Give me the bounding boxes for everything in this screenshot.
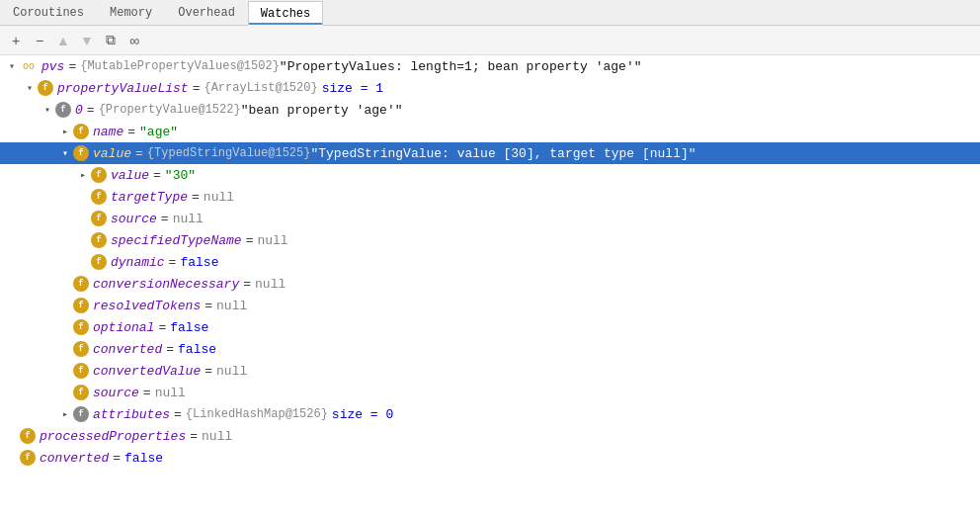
field-icon: f: [20, 428, 36, 444]
tree-row[interactable]: ▸fvalue = "30": [0, 164, 980, 186]
tree-expander[interactable]: ▾: [40, 102, 55, 118]
tree-content[interactable]: ▾oopvs = {MutablePropertyValues@1502} "P…: [0, 55, 980, 520]
eq-sign: =: [204, 364, 212, 379]
field-icon: f: [91, 167, 107, 183]
field-name: source: [93, 386, 139, 400]
field-value: null: [202, 429, 232, 444]
field-name: processedProperties: [40, 429, 186, 444]
tree-row[interactable]: ▾fpropertyValueList = {ArrayList@1520} s…: [0, 77, 980, 99]
field-value: false: [178, 342, 216, 357]
tree-row[interactable]: fresolvedTokens = null: [0, 295, 980, 316]
field-icon: f: [73, 319, 89, 335]
move-down-button[interactable]: ▼: [77, 31, 97, 50]
field-value: null: [173, 212, 204, 226]
field-icon: f: [91, 211, 107, 226]
field-name: convertedValue: [93, 364, 201, 379]
tree-expander[interactable]: ▸: [57, 406, 73, 422]
tree-row[interactable]: ▾fvalue = {TypedStringValue@1525} "Typed…: [0, 142, 980, 164]
eq-sign: =: [113, 451, 121, 466]
tree-row[interactable]: ▸fattributes = {LinkedHashMap@1526} size…: [0, 403, 980, 425]
field-name: pvs: [41, 59, 64, 74]
field-value: "age": [139, 125, 178, 139]
type-ref: {LinkedHashMap@1526}: [186, 407, 328, 421]
field-name: source: [111, 212, 157, 226]
eq-sign: =: [193, 81, 201, 96]
copy-button[interactable]: ⧉: [101, 31, 121, 50]
toolbar: + − ▲ ▼ ⧉ ∞: [0, 26, 980, 55]
field-name: resolvedTokens: [93, 299, 201, 313]
field-icon: f: [91, 189, 107, 205]
tab-watches[interactable]: Watches: [248, 1, 323, 26]
field-icon: f: [73, 298, 89, 313]
field-icon: f: [73, 276, 89, 292]
field-value: null: [216, 364, 247, 379]
tree-expander[interactable]: ▾: [22, 80, 38, 96]
field-value: null: [204, 190, 234, 205]
field-value: null: [255, 277, 286, 292]
tree-row[interactable]: foptional = false: [0, 316, 980, 338]
tab-coroutines[interactable]: Coroutines: [0, 0, 97, 25]
field-name: name: [93, 125, 123, 139]
field-value: size = 0: [332, 407, 393, 422]
field-name: converted: [93, 342, 162, 357]
tab-overhead[interactable]: Overhead: [165, 0, 248, 25]
tabs-bar: Coroutines Memory Overhead Watches: [0, 0, 980, 26]
tree-row[interactable]: fprocessedProperties = null: [0, 425, 980, 447]
field-icon: f: [73, 385, 89, 400]
tree-row[interactable]: fconversionNecessary = null: [0, 273, 980, 295]
tree-row[interactable]: fconverted = false: [0, 447, 980, 469]
type-ref: {ArrayList@1520}: [204, 81, 317, 95]
field-icon: f: [73, 406, 89, 422]
eq-sign: =: [143, 386, 151, 400]
tree-expander[interactable]: ▾: [4, 58, 20, 74]
field-name: optional: [93, 320, 154, 335]
eq-sign: =: [135, 146, 143, 161]
eq-sign: =: [243, 277, 251, 292]
field-name: specifiedTypeName: [111, 233, 242, 248]
field-icon: f: [73, 363, 89, 379]
view-options-button[interactable]: ∞: [124, 31, 144, 50]
eq-sign: =: [190, 429, 198, 444]
tree-expander[interactable]: ▾: [57, 145, 73, 161]
tree-row[interactable]: ▾f0 = {PropertyValue@1522} "bean propert…: [0, 99, 980, 121]
eq-sign: =: [166, 342, 174, 357]
tree-row[interactable]: ▸fname = "age": [0, 121, 980, 142]
tree-row[interactable]: ▾oopvs = {MutablePropertyValues@1502} "P…: [0, 55, 980, 77]
eq-sign: =: [161, 212, 169, 226]
field-value: size = 1: [322, 81, 383, 96]
field-icon: f: [73, 145, 89, 161]
field-value: "TypedStringValue: value [30], target ty…: [310, 146, 695, 161]
field-name: 0: [75, 103, 83, 118]
tree-row[interactable]: fdynamic = false: [0, 251, 980, 273]
field-icon: f: [38, 80, 53, 96]
tab-memory[interactable]: Memory: [97, 0, 165, 25]
tree-row[interactable]: fsource = null: [0, 208, 980, 229]
field-icon: f: [73, 124, 89, 139]
field-value: false: [124, 451, 163, 466]
tree-row[interactable]: ftargetType = null: [0, 186, 980, 208]
tree-row[interactable]: fconverted = false: [0, 338, 980, 360]
tree-row[interactable]: fspecifiedTypeName = null: [0, 229, 980, 251]
move-up-button[interactable]: ▲: [53, 31, 73, 50]
field-name: conversionNecessary: [93, 277, 239, 292]
tree-row[interactable]: fsource = null: [0, 382, 980, 403]
field-name: attributes: [93, 407, 170, 422]
field-name: value: [111, 168, 149, 183]
field-value: null: [257, 233, 287, 248]
type-ref: {PropertyValue@1522}: [99, 103, 241, 117]
eq-sign: =: [153, 168, 161, 183]
type-ref: {MutablePropertyValues@1502}: [80, 59, 280, 73]
field-value: false: [170, 320, 208, 335]
type-ref: {TypedStringValue@1525}: [147, 146, 311, 160]
eq-sign: =: [87, 103, 95, 118]
add-watch-button[interactable]: +: [6, 31, 26, 50]
eq-sign: =: [169, 255, 177, 270]
field-icon: f: [55, 102, 71, 118]
tree-expander[interactable]: ▸: [57, 124, 73, 139]
eq-sign: =: [68, 59, 76, 74]
field-name: targetType: [111, 190, 188, 205]
tree-expander[interactable]: ▸: [75, 167, 91, 183]
remove-watch-button[interactable]: −: [30, 31, 49, 50]
eq-sign: =: [204, 299, 212, 313]
tree-row[interactable]: fconvertedValue = null: [0, 360, 980, 382]
